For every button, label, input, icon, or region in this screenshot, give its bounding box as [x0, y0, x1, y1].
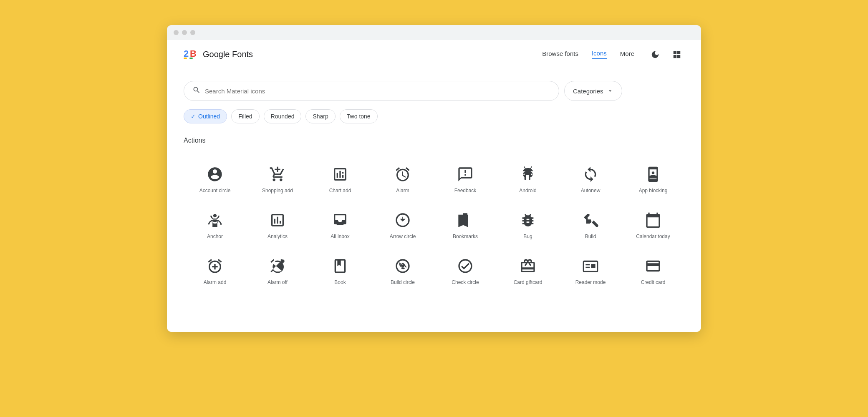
- chart-add-icon: [332, 165, 348, 183]
- svg-rect-3: [189, 58, 193, 59]
- filter-outlined[interactable]: ✓ Outlined: [184, 109, 227, 123]
- filter-rounded[interactable]: Rounded: [264, 109, 302, 123]
- icon-android[interactable]: Android: [497, 156, 559, 202]
- icon-alarm[interactable]: Alarm: [371, 156, 434, 202]
- search-icon: [192, 86, 201, 96]
- browser-chrome: [167, 25, 701, 40]
- page-content: 2 B Google Fonts Browse fonts Icons More: [167, 40, 701, 332]
- icon-shopping-add[interactable]: Shopping add: [246, 156, 309, 202]
- icon-label-alarm-off: Alarm off: [267, 279, 288, 286]
- icon-feedback[interactable]: Feedback: [434, 156, 497, 202]
- autonew-icon: [582, 165, 599, 183]
- alarm-off-icon: [269, 257, 286, 275]
- icon-label-anchor: Anchor: [207, 234, 223, 240]
- icon-bookmarks[interactable]: Bookmarks: [434, 202, 497, 248]
- build-circle-icon: [394, 257, 411, 275]
- svg-rect-2: [184, 58, 187, 59]
- grid-view-button[interactable]: [669, 47, 684, 62]
- shopping-add-icon: [269, 165, 286, 183]
- icon-label-android: Android: [519, 188, 536, 194]
- icon-label-calendar-today: Calendar today: [636, 234, 670, 240]
- icon-account-circle[interactable]: Account circle: [184, 156, 246, 202]
- icon-label-autonew: Autonew: [581, 188, 601, 194]
- search-section: Categories: [167, 69, 701, 101]
- browser-dot-yellow: [182, 30, 187, 35]
- search-bar-wrapper: Categories: [184, 81, 684, 101]
- svg-text:2: 2: [184, 48, 189, 59]
- anchor-icon: [207, 211, 223, 229]
- icon-alarm-add[interactable]: Alarm add: [184, 248, 246, 294]
- icon-analytics[interactable]: Analytics: [246, 202, 309, 248]
- icon-label-bug: Bug: [523, 234, 532, 240]
- icons-section: Actions Account circle Shopping add: [167, 123, 701, 302]
- all-inbox-icon: [332, 211, 348, 229]
- card-giftcard-icon: [520, 257, 536, 275]
- navbar: 2 B Google Fonts Browse fonts Icons More: [167, 40, 701, 69]
- book-icon: [332, 257, 348, 275]
- icon-calendar-today[interactable]: Calendar today: [622, 202, 684, 248]
- icon-label-reader-mode: Reader mode: [575, 279, 606, 286]
- nav-links: Browse fonts Icons More: [542, 50, 634, 59]
- filter-sharp[interactable]: Sharp: [305, 109, 335, 123]
- app-blocking-icon: [645, 165, 661, 183]
- icon-check-circle[interactable]: Check circle: [434, 248, 497, 294]
- account-circle-icon: [207, 165, 223, 183]
- icon-label-shopping-add: Shopping add: [262, 188, 293, 194]
- bookmarks-icon: [457, 211, 474, 229]
- icon-book[interactable]: Book: [309, 248, 371, 294]
- filter-row: ✓ Outlined Filled Rounded Sharp Two tone: [167, 101, 701, 123]
- icon-label-account-circle: Account circle: [199, 188, 231, 194]
- analytics-icon: [269, 211, 286, 229]
- icon-label-feedback: Feedback: [454, 188, 477, 194]
- icon-label-alarm: Alarm: [396, 188, 409, 194]
- browser-dot-red: [174, 30, 179, 35]
- browser-dot-green: [190, 30, 195, 35]
- nav-icons[interactable]: Icons: [592, 50, 607, 59]
- arrow-circle-icon: [394, 211, 411, 229]
- nav-browse-fonts[interactable]: Browse fonts: [542, 50, 578, 59]
- icon-build-circle[interactable]: Build circle: [371, 248, 434, 294]
- icon-build[interactable]: Build: [559, 202, 622, 248]
- icon-label-arrow-circle: Arrow circle: [390, 234, 416, 240]
- icon-arrow-circle[interactable]: Arrow circle: [371, 202, 434, 248]
- logo-text: Google Fonts: [203, 50, 253, 59]
- icon-label-check-circle: Check circle: [452, 279, 479, 286]
- icon-card-giftcard[interactable]: Card giftcard: [497, 248, 559, 294]
- icon-app-blocking[interactable]: App blocking: [622, 156, 684, 202]
- credit-card-icon: [645, 257, 661, 275]
- icon-label-chart-add: Chart add: [329, 188, 351, 194]
- icon-anchor[interactable]: Anchor: [184, 202, 246, 248]
- categories-button[interactable]: Categories: [564, 81, 622, 101]
- logo-icon: 2 B: [184, 48, 199, 61]
- icon-autonew[interactable]: Autonew: [559, 156, 622, 202]
- icon-bug[interactable]: Bug: [497, 202, 559, 248]
- search-input[interactable]: [205, 88, 550, 95]
- icon-chart-add[interactable]: Chart add: [309, 156, 371, 202]
- icon-label-credit-card: Credit card: [641, 279, 666, 286]
- icons-grid: Account circle Shopping add Chart add: [184, 156, 684, 294]
- logo-area: 2 B Google Fonts: [184, 48, 542, 61]
- filter-filled[interactable]: Filled: [231, 109, 259, 123]
- nav-more[interactable]: More: [620, 50, 634, 59]
- build-icon: [582, 211, 599, 229]
- reader-mode-icon: [582, 257, 599, 275]
- bug-icon: [520, 211, 536, 229]
- check-circle-icon: [457, 257, 474, 275]
- theme-toggle-button[interactable]: [648, 47, 663, 62]
- icon-label-book: Book: [334, 279, 346, 286]
- section-title-actions: Actions: [184, 137, 684, 144]
- filter-two-tone[interactable]: Two tone: [340, 109, 378, 123]
- icon-credit-card[interactable]: Credit card: [622, 248, 684, 294]
- icon-reader-mode[interactable]: Reader mode: [559, 248, 622, 294]
- icon-label-all-inbox: All inbox: [331, 234, 349, 240]
- icon-label-build-circle: Build circle: [391, 279, 415, 286]
- android-icon: [520, 165, 536, 183]
- nav-icons-area: [648, 47, 684, 62]
- alarm-icon: [394, 165, 411, 183]
- icon-all-inbox[interactable]: All inbox: [309, 202, 371, 248]
- browser-window: 2 B Google Fonts Browse fonts Icons More: [167, 25, 701, 332]
- icon-alarm-off[interactable]: Alarm off: [246, 248, 309, 294]
- alarm-add-icon: [207, 257, 223, 275]
- search-bar: [184, 81, 559, 101]
- icon-label-analytics: Analytics: [267, 234, 288, 240]
